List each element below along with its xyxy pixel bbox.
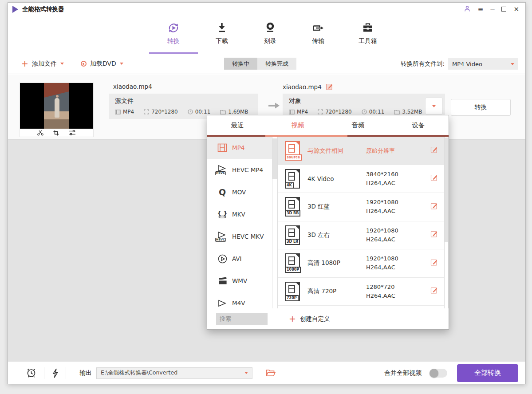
close-button[interactable]: ✕	[513, 6, 519, 13]
output-path-dropdown[interactable]: E:\全能格式转换器\Converted	[96, 367, 252, 379]
format-item-mov[interactable]: Q MOV	[207, 181, 272, 203]
merge-all-label: 合并全部视频	[384, 369, 422, 377]
resolution-meta: 720*1280	[318, 109, 351, 115]
footer-bar: 输出 E:\全能格式转换器\Converted 合并全部视频 全部转换	[8, 361, 525, 384]
chevron-down-icon[interactable]	[60, 63, 64, 65]
preset-list: source 与源文件相同 原始分辨率	[278, 137, 444, 308]
transfer-icon	[297, 20, 339, 36]
preset-search-input[interactable]	[216, 313, 268, 325]
conversion-list: xiaodao.mp4 源文件 MP4 720*1280	[8, 75, 525, 361]
chevron-down-icon	[244, 372, 248, 374]
format-picker-popup: 最近 视频 音频 设备 MP4	[207, 115, 449, 330]
format-item-mkv[interactable]: { } MKV	[207, 203, 272, 225]
convert-icon	[152, 20, 195, 36]
video-thumbnail[interactable]	[20, 83, 93, 137]
menu-icon[interactable]: ≡	[478, 6, 484, 13]
popup-tab-audio[interactable]: 音频	[328, 115, 388, 135]
format-item-hevc-mp4[interactable]: HEVC HEVC MP4	[207, 159, 272, 181]
add-files-button[interactable]: + 添加文件	[21, 59, 64, 68]
maximize-button[interactable]	[501, 6, 506, 13]
format-item-wmv[interactable]: WMV	[207, 270, 272, 292]
title-bar: 全能格式转换器 ≡ ─ ✕	[8, 3, 525, 16]
duration-meta: 00:11	[188, 109, 211, 115]
format-list: MP4 HEVC HEVC MP4 Q	[207, 137, 272, 308]
popup-tab-video[interactable]: 视频	[268, 115, 328, 135]
schedule-alarm-icon[interactable]	[26, 367, 37, 378]
open-folder-icon[interactable]	[266, 369, 276, 377]
output-format-dropdown[interactable]: MP4 Video	[448, 58, 518, 70]
dvd-icon	[81, 61, 87, 67]
main-nav: 转换 下载 刻录	[8, 16, 525, 54]
resolution-meta: 720*1280	[144, 109, 177, 115]
chevron-down-icon[interactable]	[120, 63, 123, 65]
popup-tab-recent[interactable]: 最近	[207, 115, 268, 135]
nav-tab-burn[interactable]: 刻录	[249, 20, 292, 45]
edit-preset-icon[interactable]	[430, 146, 438, 155]
convert-direction-arrow-icon	[268, 102, 280, 111]
format-item-m4v[interactable]: M4V	[207, 292, 272, 308]
account-icon[interactable]	[464, 5, 471, 14]
merge-all-toggle[interactable]	[430, 369, 447, 378]
nav-tab-toolbox[interactable]: 工具箱	[347, 20, 389, 45]
nav-tab-transfer[interactable]: 传输	[297, 20, 339, 45]
preset-row-3d-rb[interactable]: 3D RB 3D 红蓝 1920*1080H264,AAC	[278, 193, 444, 221]
nav-tab-convert[interactable]: 转换	[152, 20, 195, 45]
target-file-name: xiaodao.mp4	[283, 83, 322, 91]
preset-row-1080p[interactable]: 1080P 高清 1080P 1920*1080H264,AAC	[278, 249, 444, 278]
edit-preset-icon[interactable]	[430, 202, 438, 212]
mp4-film-icon	[216, 143, 229, 152]
toolbox-icon	[347, 20, 389, 36]
high-speed-bolt-icon[interactable]	[51, 368, 59, 378]
convert-button[interactable]: 转换	[451, 99, 511, 116]
plus-icon: +	[21, 59, 28, 68]
preset-row-4k[interactable]: 4K 4K Video 3840*2160H264,AAC	[278, 165, 444, 193]
load-dvd-button[interactable]: 加载DVD	[81, 60, 123, 68]
download-icon	[201, 20, 243, 36]
hevc-play-icon: HEVC	[216, 231, 229, 242]
source-file-name: xiaodao.mp4	[113, 83, 152, 90]
tab-converted[interactable]: 转换完成	[257, 58, 296, 70]
edit-preset-icon[interactable]	[430, 174, 438, 183]
play-circle-icon	[216, 254, 229, 264]
popup-tab-device[interactable]: 设备	[388, 115, 449, 135]
toolbar: + 添加文件 加载DVD 转换中 转换完成 转换所有文件到: MP4 Video	[8, 54, 525, 74]
target-format-dropdown-button[interactable]	[425, 98, 443, 114]
matroska-icon: { }	[216, 209, 229, 219]
minimize-button[interactable]: ─	[490, 6, 494, 13]
format-item-avi[interactable]: AVI	[207, 248, 272, 270]
burn-disc-icon	[249, 20, 292, 36]
status-tabs: 转换中 转换完成	[224, 58, 296, 70]
format-list-scrollbar[interactable]	[272, 137, 278, 308]
3d-rb-preset-icon: 3D RB	[285, 197, 300, 217]
effects-sliders-icon[interactable]	[69, 130, 76, 135]
quicktime-icon: Q	[216, 188, 229, 197]
preset-row-720p[interactable]: 720P 高清 720P 1280*720H264,AAC	[278, 278, 444, 306]
format-item-mp4[interactable]: MP4	[207, 137, 272, 159]
preset-row-3d-lr[interactable]: 3D LR 3D 左右 1920*1080H264,AAC	[278, 221, 444, 250]
crop-icon[interactable]	[53, 130, 59, 136]
tab-converting[interactable]: 转换中	[224, 58, 257, 70]
format-item-hevc-mkv[interactable]: HEVC HEVC MKV	[207, 225, 272, 248]
preset-row-same-as-source[interactable]: source 与源文件相同 原始分辨率	[278, 137, 444, 165]
thumbnail-image	[20, 83, 93, 129]
source-preset-icon: source	[285, 141, 300, 161]
duration-meta: 00:11	[362, 109, 385, 115]
convert-all-button[interactable]: 全部转换	[457, 364, 518, 382]
edit-preset-icon[interactable]	[430, 287, 438, 296]
svg-text:{ }: { }	[217, 210, 227, 217]
convert-all-to-label: 转换所有文件到:	[401, 60, 445, 68]
play-outline-icon	[216, 299, 229, 307]
create-custom-button[interactable]: + 创建自定义	[289, 315, 330, 323]
size-meta: 1.69MB	[220, 109, 248, 115]
4k-preset-icon: 4K	[285, 169, 300, 189]
rename-edit-icon[interactable]	[326, 83, 333, 91]
edit-preset-icon[interactable]	[430, 230, 438, 240]
format-meta: MP4	[289, 109, 308, 115]
1080p-preset-icon: 1080P	[285, 253, 300, 273]
nav-tab-download[interactable]: 下载	[201, 20, 243, 45]
trim-scissors-icon[interactable]	[37, 130, 43, 136]
edit-preset-icon[interactable]	[430, 259, 438, 268]
clapperboard-icon	[216, 277, 229, 285]
hevc-play-icon: HEVC	[216, 165, 229, 175]
preset-list-scrollbar[interactable]	[444, 137, 449, 308]
